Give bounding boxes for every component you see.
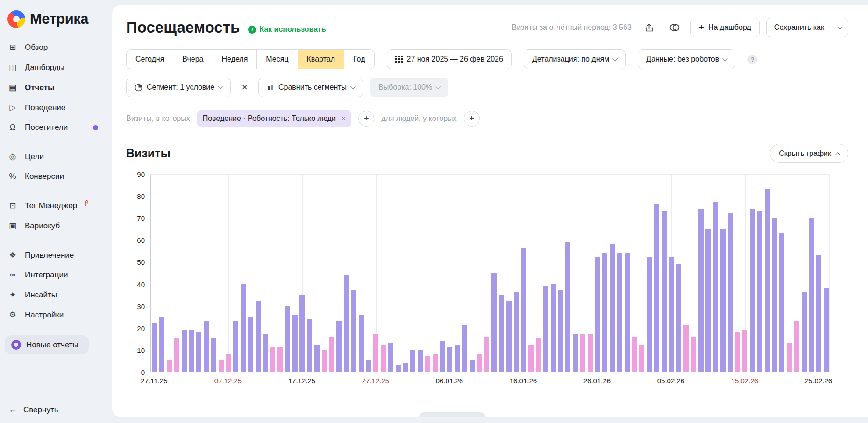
chart-bar[interactable] xyxy=(750,209,755,372)
chart-bar[interactable] xyxy=(263,334,268,372)
chart-bar[interactable] xyxy=(388,343,393,372)
sidebar-item-goals[interactable]: ◎Цели xyxy=(0,147,112,167)
chart-bar[interactable] xyxy=(219,360,224,372)
chart-bar[interactable] xyxy=(344,275,349,372)
partial-hidden-control[interactable] xyxy=(419,412,485,417)
sidebar-item-acquisition[interactable]: ❖Привлечение xyxy=(0,245,112,265)
chart-bar[interactable] xyxy=(285,306,290,372)
chart-bar[interactable] xyxy=(617,253,622,372)
help-icon[interactable]: ? xyxy=(747,55,757,64)
how-to-use-link[interactable]: i Как использовать xyxy=(248,25,326,34)
chart-bar[interactable] xyxy=(499,295,504,372)
chart-bar[interactable] xyxy=(662,211,667,372)
sidebar-item-tag-manager[interactable]: ⊡Тег Менеджерβ xyxy=(0,196,112,216)
chart-bar[interactable] xyxy=(772,218,777,372)
save-as-button[interactable]: Сохранить как xyxy=(767,18,832,37)
chart-bar[interactable] xyxy=(543,286,548,372)
chart-bar[interactable] xyxy=(351,290,356,372)
segment-dropdown[interactable]: Сегмент: 1 условие xyxy=(126,78,231,97)
chart-bar[interactable] xyxy=(757,211,762,372)
chart-bar[interactable] xyxy=(241,284,246,372)
chart-bar[interactable] xyxy=(477,354,482,372)
chart-bar[interactable] xyxy=(174,338,179,372)
sidebar-item-overview[interactable]: ⊞Обзор xyxy=(0,37,112,57)
chart-bar[interactable] xyxy=(558,290,563,372)
chart-bar[interactable] xyxy=(565,242,570,372)
chart-bar[interactable] xyxy=(824,288,829,372)
chart-bar[interactable] xyxy=(528,345,534,372)
chart-bar[interactable] xyxy=(455,345,460,372)
chart-bar[interactable] xyxy=(728,213,733,372)
chart-bar[interactable] xyxy=(491,273,497,372)
chart-bar[interactable] xyxy=(705,229,711,372)
collapse-sidebar-button[interactable]: ← Свернуть xyxy=(8,405,58,415)
sidebar-item-integrations[interactable]: ∞Интеграции xyxy=(0,265,112,285)
sidebar-item-insights[interactable]: ✦Инсайты xyxy=(0,285,112,305)
chart-bar[interactable] xyxy=(779,233,784,372)
sidebar-item-reports[interactable]: ▤Отчеты xyxy=(0,78,112,98)
chart-bar[interactable] xyxy=(588,334,593,372)
chart-bar[interactable] xyxy=(182,330,187,372)
chart-bar[interactable] xyxy=(152,323,157,372)
clear-segment-button[interactable]: × xyxy=(238,80,251,94)
date-range-button[interactable]: 27 ноя 2025 — 26 фев 2026 xyxy=(387,49,512,69)
chart-bar[interactable] xyxy=(433,354,438,372)
chart-bar[interactable] xyxy=(735,332,740,372)
remove-filter-icon[interactable]: × xyxy=(342,114,346,123)
chart-bar[interactable] xyxy=(794,321,799,372)
chart-bar[interactable] xyxy=(669,257,674,372)
chart-bar[interactable] xyxy=(322,350,327,372)
period-tab-квартал[interactable]: Квартал xyxy=(298,49,344,69)
chart-bar[interactable] xyxy=(381,345,386,372)
chart-bar[interactable] xyxy=(720,229,726,372)
chart-bar[interactable] xyxy=(447,347,452,372)
chart-bar[interactable] xyxy=(440,341,445,372)
chart-bar[interactable] xyxy=(277,347,283,372)
chart-bar[interactable] xyxy=(802,292,807,372)
chart-bar[interactable] xyxy=(211,338,216,372)
chart-bar[interactable] xyxy=(314,345,320,372)
period-tab-месяц[interactable]: Месяц xyxy=(256,49,298,69)
chart-bar[interactable] xyxy=(514,292,519,372)
chart-bar[interactable] xyxy=(573,334,578,372)
chart-bar[interactable] xyxy=(580,334,585,372)
chart-bar[interactable] xyxy=(470,360,475,372)
chart-bar[interactable] xyxy=(425,356,430,372)
add-visit-condition-button[interactable]: + xyxy=(358,111,374,127)
export-button[interactable] xyxy=(640,18,659,37)
chart-bar[interactable] xyxy=(204,321,209,372)
new-reports-button[interactable]: Новые отчеты xyxy=(5,335,89,354)
overlap-circles-button[interactable] xyxy=(665,18,684,37)
chart-bar[interactable] xyxy=(713,202,718,372)
period-tab-вчера[interactable]: Вчера xyxy=(173,49,213,69)
data-filter-dropdown[interactable]: Данные: без роботов xyxy=(638,49,735,69)
chart-bar[interactable] xyxy=(307,319,312,372)
period-tab-год[interactable]: Год xyxy=(344,49,374,69)
chart-bar[interactable] xyxy=(787,343,792,372)
chart-bar[interactable] xyxy=(270,347,275,372)
chart-bar[interactable] xyxy=(167,360,172,372)
sampling-dropdown[interactable]: Выборка: 100% xyxy=(370,78,448,97)
chart-bar[interactable] xyxy=(462,325,467,372)
sidebar-item-dashboards[interactable]: ◫Дашборды xyxy=(0,57,112,78)
chart-bar[interactable] xyxy=(366,360,371,372)
chart-bar[interactable] xyxy=(359,315,364,372)
period-tab-сегодня[interactable]: Сегодня xyxy=(126,49,173,69)
compare-segments-dropdown[interactable]: Сравнить сегменты xyxy=(258,78,363,97)
add-to-dashboard-button[interactable]: + На дашборд xyxy=(690,18,760,37)
chart-bar[interactable] xyxy=(676,264,681,372)
chart-bar[interactable] xyxy=(233,321,238,372)
chart-bar[interactable] xyxy=(226,354,231,372)
chart-bar[interactable] xyxy=(536,338,541,372)
chart-bar[interactable] xyxy=(691,337,696,372)
sidebar-item-variocube[interactable]: ▣Вариокуб xyxy=(0,216,112,236)
sidebar-item-settings[interactable]: ⚙Настройки xyxy=(0,305,112,325)
detail-dropdown[interactable]: Детализация: по дням xyxy=(524,49,626,69)
chart-bar[interactable] xyxy=(742,330,747,372)
filter-chip-robots[interactable]: Поведение · Роботность: Только люди × xyxy=(197,110,351,127)
chart-bar[interactable] xyxy=(647,257,652,372)
chart-bar[interactable] xyxy=(595,257,600,372)
chart-bar[interactable] xyxy=(765,189,770,372)
sidebar-item-conversions[interactable]: %Конверсии xyxy=(0,167,112,186)
add-people-condition-button[interactable]: + xyxy=(464,111,480,127)
